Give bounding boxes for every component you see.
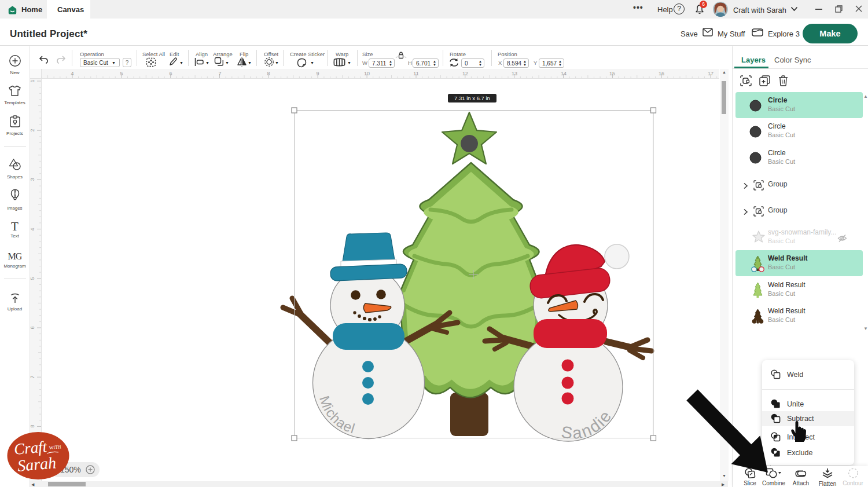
svg-text:Sarah: Sarah xyxy=(17,453,57,475)
svg-text:WITH: WITH xyxy=(49,444,61,451)
svg-text:7.31 in x 6.7 in: 7.31 in x 6.7 in xyxy=(454,95,490,101)
